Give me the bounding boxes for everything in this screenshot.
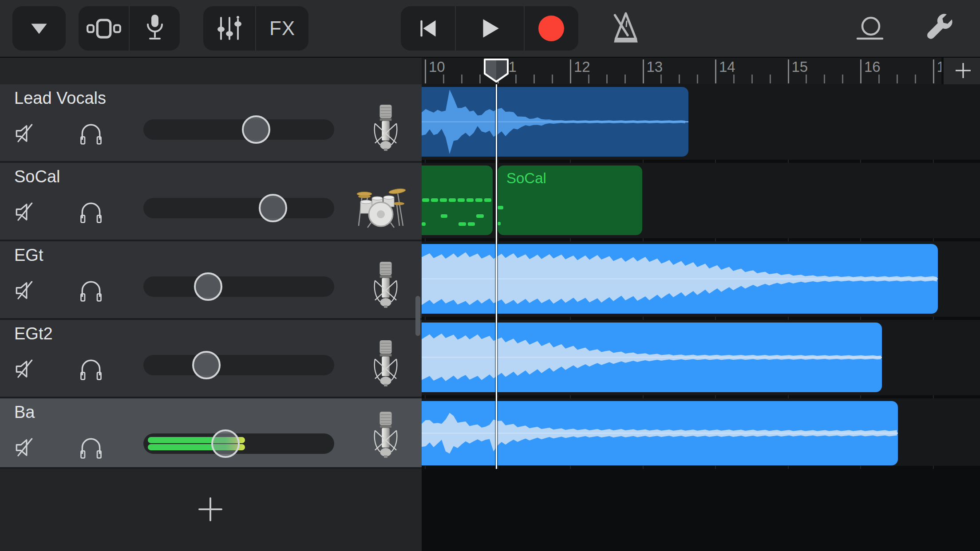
loop-icon: [854, 15, 889, 42]
mixer-fx-group: FX: [203, 6, 308, 51]
ruler-beat-tick: [751, 75, 753, 83]
track-header-egt[interactable]: EGt: [0, 241, 422, 318]
track-header-ba[interactable]: Ba: [0, 398, 422, 467]
volume-slider[interactable]: [143, 119, 334, 140]
volume-knob[interactable]: [194, 272, 222, 301]
volume-slider[interactable]: [143, 276, 334, 297]
add-track-button[interactable]: [198, 497, 223, 522]
ruler-beat-tick: [552, 75, 553, 83]
ruler-beat-tick: [878, 75, 880, 83]
track-instrument-icon[interactable]: [373, 411, 399, 458]
play-button[interactable]: [455, 6, 523, 51]
audio-region[interactable]: [422, 323, 882, 392]
mute-button[interactable]: [13, 356, 39, 382]
chevron-down-icon: [26, 18, 52, 39]
track-header-egt2[interactable]: EGt2: [0, 320, 422, 397]
mute-button[interactable]: [13, 199, 39, 225]
record-button[interactable]: [524, 6, 578, 51]
track-name: EGt2: [14, 324, 53, 343]
audio-region[interactable]: [422, 244, 938, 314]
ruler-beat-tick: [697, 75, 698, 83]
top-toolbar: FX: [0, 0, 980, 58]
settings-button[interactable]: [923, 6, 956, 51]
midi-note: [458, 198, 465, 202]
record-icon: [537, 14, 565, 43]
tracks-view-button[interactable]: [79, 6, 129, 51]
ruler-bar-tick: [570, 59, 571, 83]
ruler-beat-tick: [588, 75, 589, 83]
ruler-beat-tick: [443, 75, 444, 83]
microphone-icon: [144, 13, 166, 43]
midi-note: [498, 222, 501, 225]
solo-headphones-button[interactable]: [78, 277, 104, 303]
midi-region[interactable]: SoCal: [498, 165, 642, 235]
loop-browser-button[interactable]: [854, 6, 888, 51]
track-instrument-icon[interactable]: [373, 261, 399, 308]
solo-headphones-button[interactable]: [78, 198, 104, 225]
ruler-beat-tick: [624, 75, 626, 83]
volume-slider[interactable]: [143, 355, 334, 375]
song-sections-button[interactable]: [12, 6, 66, 51]
garageband-tracks-view: FX 1011121314151617 SoCal: [0, 0, 980, 551]
vertical-scroll-indicator[interactable]: [415, 296, 420, 336]
ruler-beat-tick: [679, 75, 680, 83]
metronome-button[interactable]: [607, 6, 644, 51]
timeline-area[interactable]: SoCal: [422, 84, 980, 551]
volume-knob[interactable]: [192, 351, 221, 379]
ruler-bar-number: 10: [429, 59, 445, 75]
mute-button[interactable]: [13, 278, 39, 303]
volume-slider[interactable]: [143, 198, 334, 218]
solo-headphones-button[interactable]: [78, 120, 104, 146]
ruler-beat-tick: [897, 75, 898, 83]
midi-note: [422, 222, 426, 226]
view-toggle-group: [79, 6, 180, 51]
fx-button[interactable]: FX: [255, 6, 308, 51]
ruler-bar-tick: [788, 59, 789, 83]
playhead-line[interactable]: [496, 84, 497, 469]
skip-to-start-button[interactable]: [401, 6, 455, 51]
midi-note: [468, 222, 475, 226]
ruler-left-spacer: [0, 57, 422, 84]
volume-knob[interactable]: [259, 194, 287, 222]
track-header-socal[interactable]: SoCal: [0, 163, 422, 240]
track-instrument-icon[interactable]: [373, 339, 399, 386]
waveform-centerline: [422, 121, 688, 122]
track-name: Lead Vocals: [14, 89, 106, 108]
ruler-bar-tick: [643, 59, 644, 83]
mute-button[interactable]: [13, 435, 39, 460]
add-bars-button[interactable]: [941, 57, 980, 84]
track-header-lead-vocals[interactable]: Lead Vocals: [0, 84, 422, 161]
midi-note: [441, 214, 447, 218]
ruler-beat-tick: [770, 75, 771, 83]
track-controls-button[interactable]: [203, 6, 255, 51]
ruler-bar-number: 16: [864, 59, 881, 75]
waveform-centerline: [422, 433, 898, 434]
track-instrument-icon[interactable]: [373, 104, 399, 151]
wrench-icon: [925, 13, 955, 43]
mixer-sliders-icon: [215, 14, 244, 43]
ruler-bar-tick: [425, 59, 426, 83]
midi-region[interactable]: [422, 165, 493, 235]
volume-knob[interactable]: [211, 429, 240, 458]
audio-region[interactable]: [422, 401, 898, 465]
solo-headphones-button[interactable]: [78, 434, 104, 460]
ruler-bar-number: 12: [574, 59, 590, 75]
solo-headphones-button[interactable]: [78, 355, 104, 382]
ruler-beat-tick: [806, 75, 807, 83]
midi-note: [440, 198, 447, 202]
waveform-centerline: [422, 357, 882, 358]
playhead-handle[interactable]: [483, 58, 509, 83]
instrument-browser-button[interactable]: [129, 6, 180, 51]
volume-knob[interactable]: [242, 115, 270, 144]
track-name: Ba: [14, 403, 35, 422]
midi-note: [431, 198, 438, 202]
midi-note: [498, 206, 503, 209]
ruler-beat-tick: [842, 75, 843, 83]
ruler-beat-tick: [533, 75, 535, 83]
fx-label: FX: [269, 17, 295, 39]
midi-note: [422, 198, 429, 202]
midi-note: [466, 198, 474, 202]
audio-region[interactable]: [422, 87, 688, 157]
mute-button[interactable]: [13, 121, 39, 146]
track-instrument-icon[interactable]: [354, 181, 407, 228]
